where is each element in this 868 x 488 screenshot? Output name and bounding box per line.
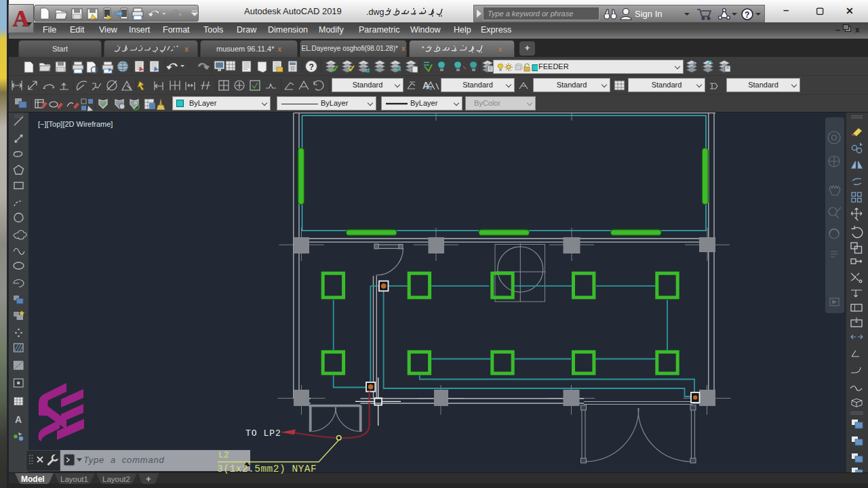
svg-text:A: A — [15, 414, 22, 425]
svg-text:Model: Model — [21, 474, 45, 484]
svg-text:*: * — [422, 45, 425, 52]
svg-text:Layout1: Layout1 — [60, 475, 88, 483]
svg-text:?: ? — [309, 62, 314, 72]
svg-text:A: A — [422, 80, 429, 91]
svg-text:+: + — [146, 474, 151, 484]
svg-text:Layout2: Layout2 — [102, 475, 130, 483]
svg-text:L2: L2 — [218, 450, 229, 460]
svg-text:*: * — [176, 45, 178, 50]
svg-text:Sign In: Sign In — [635, 9, 662, 19]
svg-text:?: ? — [745, 10, 749, 20]
svg-text:3(1x2.5mm2) NYAF: 3(1x2.5mm2) NYAF — [217, 464, 317, 474]
svg-text:.dwg: .dwg — [366, 7, 384, 17]
